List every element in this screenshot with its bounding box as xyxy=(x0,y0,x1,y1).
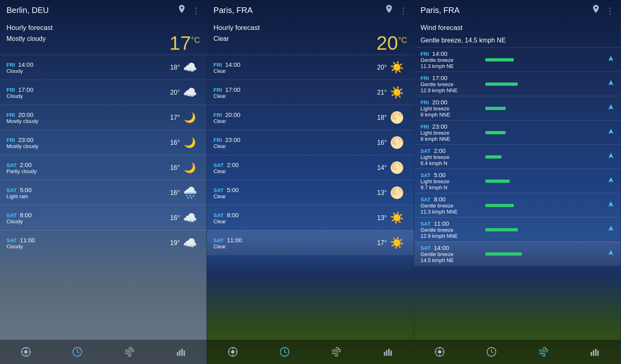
forecast-row[interactable]: FRI 14:00 Cloudy 18° ☁️ xyxy=(0,55,206,80)
wind-direction-arrow xyxy=(608,80,614,88)
condition-label: Clear xyxy=(213,168,254,174)
nav-current-weather-2[interactable] xyxy=(224,343,242,361)
location-pin-icon[interactable] xyxy=(178,5,185,16)
wind-row[interactable]: SAT 14:00 Gentle breeze 14.5 kmph NE xyxy=(414,241,621,266)
row-time: FRI 20:00 Mostly cloudy xyxy=(6,111,47,124)
forecast-row[interactable]: FRI 20:00 Mostly cloudy 17° 🌙 xyxy=(0,105,206,130)
wind-condition-label: Light breeze xyxy=(421,178,485,184)
wind-row[interactable]: SAT 2:00 Light breeze 6.4 kmph N xyxy=(414,144,621,169)
wind-row[interactable]: FRI 23:00 Light breeze 8 kmph NNE xyxy=(414,120,621,144)
wind-condition-label: Gentle breeze xyxy=(421,81,485,87)
condition-label: Mostly cloudy xyxy=(6,118,47,124)
row-temp: 16° xyxy=(162,164,180,171)
wind-condition-label: Gentle breeze xyxy=(421,57,485,63)
wind-row[interactable]: SAT 11:00 Gentle breeze 12.9 kmph NNE xyxy=(414,217,621,241)
wind-row-info: FRI 23:00 Light breeze 8 kmph NNE xyxy=(421,123,485,142)
nav-wind-forecast-2[interactable] xyxy=(327,343,345,361)
svg-marker-20 xyxy=(608,201,613,207)
forecast-row[interactable]: FRI 20:00 Clear 18° 🌕 xyxy=(207,105,413,130)
wind-speed-label: 9.7 kmph N xyxy=(421,184,485,190)
wind-direction-arrow xyxy=(608,250,614,258)
nav-chart-2[interactable] xyxy=(379,343,397,361)
nav-hourly-forecast-3[interactable] xyxy=(483,343,500,361)
forecast-row[interactable]: FRI 17:00 Clear 21° ☀️ xyxy=(207,80,413,105)
rain-icon: 🌧️ xyxy=(180,186,200,199)
row-time: SAT 2:00 Partly cloudy xyxy=(6,161,47,174)
nav-current-weather-3[interactable] xyxy=(431,343,449,361)
menu-dots-icon[interactable]: ⋮ xyxy=(192,6,200,15)
forecast-title-2: Hourly forecast xyxy=(213,24,407,32)
day-label: FRI xyxy=(6,62,15,68)
forecast-row[interactable]: FRI 23:00 Clear 16° 🌕 xyxy=(207,130,413,155)
forecast-row[interactable]: SAT 5:00 Light rain 16° 🌧️ xyxy=(0,180,206,205)
forecast-row[interactable]: FRI 14:00 Clear 20° ☀️ xyxy=(207,55,413,80)
wind-row[interactable]: FRI 17:00 Gentle breeze 12.9 kmph NNE xyxy=(414,72,621,96)
day-label: SAT xyxy=(421,221,431,227)
row-temp: 13° xyxy=(369,189,387,197)
day-label: FRI xyxy=(213,112,222,118)
forecast-row[interactable]: SAT 2:00 Clear 14° 🌕 xyxy=(207,155,413,180)
mostly-cloudy-night-icon: 🌙 xyxy=(180,137,200,148)
time-label: 20:00 xyxy=(225,111,240,118)
nav-current-weather[interactable] xyxy=(17,343,35,361)
berlin-city-name: Berlin, DEU xyxy=(6,6,49,15)
cloudy-icon: ☁️ xyxy=(180,61,200,74)
svg-rect-5 xyxy=(181,349,183,356)
nav-chart-3[interactable] xyxy=(586,343,604,361)
wind-direction-arrow xyxy=(608,225,614,234)
wind-bar-container xyxy=(485,204,604,207)
forecast-row[interactable]: SAT 11:00 Cloudy 19° ☁️ xyxy=(0,230,206,255)
day-label: FRI xyxy=(421,51,429,57)
paris-hourly-panel: Paris, FRA ⋮ Hourly forecast Clear 20°C … xyxy=(207,0,414,364)
time-label: 2:00 xyxy=(227,161,238,168)
row-time: FRI 20:00 Clear xyxy=(213,111,254,124)
wind-bar-container xyxy=(485,83,604,86)
condition-label: Cloudy xyxy=(6,243,47,250)
wind-condition-label: Gentle breeze xyxy=(421,203,485,209)
time-label: 8:00 xyxy=(227,212,238,218)
wind-direction-arrow xyxy=(608,201,614,210)
wind-row[interactable]: FRI 20:00 Light breeze 8 kmph NNE xyxy=(414,96,621,120)
location-pin-icon-3[interactable] xyxy=(592,5,600,16)
nav-wind-forecast[interactable] xyxy=(120,343,138,361)
day-label: SAT xyxy=(6,237,17,243)
nav-wind-forecast-3[interactable] xyxy=(534,343,552,361)
forecast-row[interactable]: SAT 11:00 Clear 17° ☀️ xyxy=(207,230,413,255)
nav-chart[interactable] xyxy=(172,343,190,361)
forecast-section-3: Wind forecast xyxy=(414,21,621,35)
day-label: SAT xyxy=(421,172,431,178)
partly-cloudy-night-icon: 🌙 xyxy=(180,162,200,174)
time-label: 5:00 xyxy=(227,186,238,193)
day-label: SAT xyxy=(213,237,223,243)
wind-speed-label: 12.9 kmph NNE xyxy=(421,233,485,239)
wind-direction-arrow xyxy=(608,128,614,137)
nav-hourly-forecast-2[interactable] xyxy=(276,343,293,361)
forecast-row[interactable]: SAT 8:00 Clear 13° ☀️ xyxy=(207,205,413,230)
wind-row[interactable]: FRI 14:00 Gentle breeze 11.3 kmph NE xyxy=(414,47,621,72)
time-label: 14:00 xyxy=(225,61,240,68)
bottom-nav-2 xyxy=(207,340,413,364)
location-pin-icon-2[interactable] xyxy=(385,5,393,16)
row-time: FRI 14:00 Cloudy xyxy=(6,61,47,74)
wind-bar xyxy=(485,107,506,110)
menu-dots-icon-3[interactable]: ⋮ xyxy=(606,6,614,15)
forecast-row[interactable]: SAT 5:00 Clear 13° 🌕 xyxy=(207,180,413,205)
row-temp: 18° xyxy=(162,64,180,71)
row-time: FRI 14:00 Clear xyxy=(213,61,254,74)
row-temp: 13° xyxy=(369,214,387,222)
condition-label: Partly cloudy xyxy=(6,168,47,174)
wind-condition-label: Gentle breeze xyxy=(421,227,485,233)
forecast-row[interactable]: SAT 8:00 Cloudy 16° ☁️ xyxy=(0,205,206,230)
forecast-row[interactable]: SAT 2:00 Partly cloudy 16° 🌙 xyxy=(0,155,206,180)
row-temp: 17° xyxy=(369,239,387,247)
condition-label: Cloudy xyxy=(6,93,47,99)
wind-row[interactable]: SAT 5:00 Light breeze 9.7 kmph N xyxy=(414,169,621,193)
wind-row[interactable]: SAT 8:00 Gentle breeze 11.3 kmph NNE xyxy=(414,193,621,217)
forecast-row[interactable]: FRI 17:00 Cloudy 20° ☁️ xyxy=(0,80,206,105)
menu-dots-icon-2[interactable]: ⋮ xyxy=(399,6,407,15)
forecast-row[interactable]: FRI 23:00 Mostly cloudy 16° 🌙 xyxy=(0,130,206,155)
day-label: SAT xyxy=(213,212,223,218)
nav-hourly-forecast[interactable] xyxy=(68,343,86,361)
wind-bar xyxy=(485,228,518,231)
svg-marker-21 xyxy=(608,226,613,231)
